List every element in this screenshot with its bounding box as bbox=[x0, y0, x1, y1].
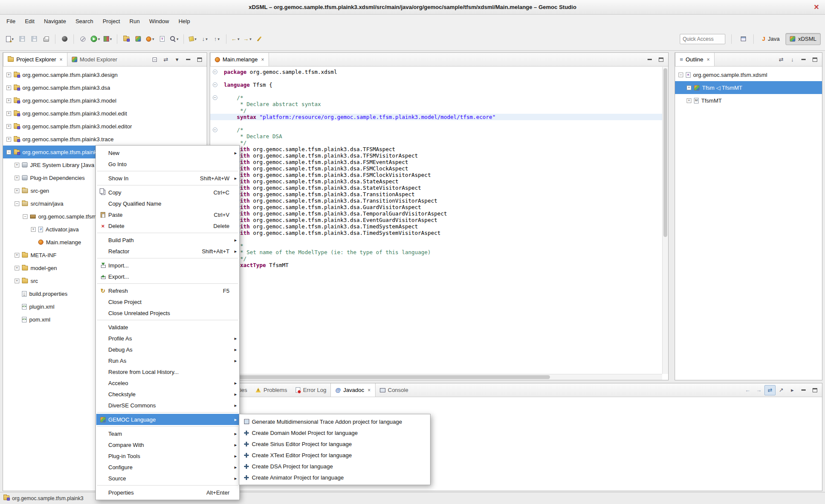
tab-outline[interactable]: ≡Outline× bbox=[675, 53, 715, 66]
expand-toggle-icon[interactable]: + bbox=[6, 73, 11, 77]
minimize-button[interactable] bbox=[644, 55, 655, 65]
maximize-button[interactable] bbox=[809, 55, 820, 65]
tab-model-explorer[interactable]: Model Explorer bbox=[67, 53, 122, 66]
search-button[interactable]: ▾ bbox=[169, 33, 180, 45]
collapse-toggle-icon[interactable]: − bbox=[23, 214, 28, 219]
close-tab-icon[interactable]: × bbox=[261, 57, 264, 63]
tree-item-org-gemoc-sample-tfsm-plaink3-model[interactable]: +org.gemoc.sample.tfsm.plaink3.model bbox=[3, 94, 207, 107]
tree-item-org-gemoc-sample-tfsm-plaink3-dsa[interactable]: +org.gemoc.sample.tfsm.plaink3.dsa bbox=[3, 81, 207, 94]
history-back-button[interactable]: ← bbox=[742, 385, 753, 395]
menu-item-configure[interactable]: Configure▸ bbox=[96, 461, 239, 473]
expand-toggle-icon[interactable]: + bbox=[687, 85, 691, 90]
menubar-item-file[interactable]: File bbox=[2, 16, 20, 26]
open-input-button[interactable]: ▸ bbox=[787, 385, 798, 395]
scrollbar-thumb[interactable] bbox=[663, 68, 667, 237]
menu-item-source[interactable]: Source▸ bbox=[96, 473, 239, 484]
expand-toggle-icon[interactable]: + bbox=[31, 227, 36, 232]
link-with-selection-button[interactable]: ⇄ bbox=[764, 385, 776, 395]
expand-toggle-icon[interactable]: + bbox=[15, 279, 19, 283]
tree-item-org-gemoc-sample-tfsm-plaink3-model-editor[interactable]: +org.gemoc.sample.tfsm.plaink3.model.edi… bbox=[3, 120, 207, 133]
menubar-item-project[interactable]: Project bbox=[98, 16, 125, 26]
maximize-button[interactable] bbox=[809, 385, 820, 395]
menu-item-close-project[interactable]: Close Project bbox=[96, 296, 239, 307]
tab-main-melange[interactable]: Main.melange× bbox=[210, 53, 269, 66]
expand-toggle-icon[interactable]: + bbox=[6, 124, 11, 129]
scrollbar-thumb[interactable] bbox=[211, 375, 550, 379]
tab-javadoc[interactable]: @Javadoc× bbox=[330, 383, 375, 397]
expand-toggle-icon[interactable]: + bbox=[6, 111, 11, 116]
expand-toggle-icon[interactable]: + bbox=[6, 85, 11, 90]
tab-problems[interactable]: Problems bbox=[251, 383, 291, 397]
new-modeling-project-button[interactable] bbox=[121, 33, 132, 45]
menu-item-copy-qualified-name[interactable]: Copy Qualified Name bbox=[96, 198, 239, 209]
perspective-java[interactable]: JJava bbox=[758, 33, 784, 45]
open-perspective-button[interactable] bbox=[738, 33, 749, 45]
menubar-item-window[interactable]: Window bbox=[144, 16, 174, 26]
tree-item-org-gemoc-sample-tfsm-plaink3-model-edit[interactable]: +org.gemoc.sample.tfsm.plaink3.model.edi… bbox=[3, 107, 207, 120]
dropdown-arrow-icon[interactable]: ▾ bbox=[238, 37, 240, 41]
tab-error-log[interactable]: Error Log bbox=[291, 383, 330, 397]
expand-toggle-icon[interactable]: + bbox=[15, 163, 19, 167]
submenu-item-generate-multidimensional-trace-addon-project-for-language[interactable]: Generate Multidimensional Trace Addon pr… bbox=[240, 416, 430, 427]
run-button[interactable]: ▾ bbox=[89, 33, 101, 45]
history-forward-button[interactable]: → bbox=[753, 385, 764, 395]
back-button[interactable]: ←▾ bbox=[230, 33, 241, 45]
menu-item-export[interactable]: Export... bbox=[96, 271, 239, 282]
collapse-toggle-icon[interactable]: − bbox=[6, 150, 11, 155]
submenu-item-create-dsa-project-for-language[interactable]: Create DSA Project for language bbox=[240, 461, 430, 472]
tab-project-explorer[interactable]: Project Explorer× bbox=[3, 53, 67, 66]
menu-item-acceleo[interactable]: Acceleo▸ bbox=[96, 377, 239, 389]
menu-item-team[interactable]: Team▸ bbox=[96, 428, 239, 439]
close-tab-icon[interactable]: × bbox=[59, 57, 62, 63]
print-button[interactable] bbox=[40, 33, 52, 45]
expand-toggle-icon[interactable]: + bbox=[6, 98, 11, 103]
menu-item-diverse-commons[interactable]: DiverSE Commons▸ bbox=[96, 400, 239, 411]
mark-occurrences-button[interactable]: ▾ bbox=[187, 33, 199, 45]
sort-button[interactable]: ↓ bbox=[787, 55, 798, 65]
link-with-editor-button[interactable]: ⇄ bbox=[776, 55, 787, 65]
expand-toggle-icon[interactable]: + bbox=[6, 137, 11, 142]
submenu-item-create-domain-model-project-for-language[interactable]: Create Domain Model Project for language bbox=[240, 427, 430, 438]
view-menu-button[interactable]: ▾ bbox=[171, 55, 183, 65]
menu-item-restore-from-local-history[interactable]: Restore from Local History... bbox=[96, 366, 239, 377]
menu-item-paste[interactable]: PasteCtrl+V bbox=[96, 209, 239, 220]
tree-item-tfsmmt[interactable]: +MTfsmMT bbox=[675, 94, 822, 107]
submenu-item-create-xtext-editor-project-for-language[interactable]: Create XText Editor Project for language bbox=[240, 449, 430, 461]
last-edit-button[interactable] bbox=[254, 33, 265, 45]
new-melange-project-button[interactable] bbox=[133, 33, 144, 45]
menu-item-compare-with[interactable]: Compare With▸ bbox=[96, 439, 239, 450]
submenu-item-create-sirius-editor-project-for-language[interactable]: Create Sirius Editor Project for languag… bbox=[240, 438, 430, 449]
collapse-toggle-icon[interactable]: − bbox=[15, 201, 19, 206]
menu-item-properties[interactable]: PropertiesAlt+Enter bbox=[96, 487, 239, 498]
menubar-item-search[interactable]: Search bbox=[71, 16, 98, 26]
menu-item-debug-as[interactable]: Debug As▸ bbox=[96, 344, 239, 355]
editor-horizontal-scrollbar[interactable] bbox=[210, 374, 662, 380]
dropdown-arrow-icon[interactable]: ▾ bbox=[152, 37, 154, 41]
fold-collapse-icon[interactable]: − bbox=[213, 95, 217, 100]
dropdown-arrow-icon[interactable]: ▾ bbox=[177, 37, 179, 41]
dropdown-arrow-icon[interactable]: ▾ bbox=[250, 37, 252, 41]
submenu-item-create-animator-project-for-language[interactable]: Create Animator Project for language bbox=[240, 472, 430, 483]
menu-item-profile-as[interactable]: Profile As▸ bbox=[96, 333, 239, 344]
menu-item-plug-in-tools[interactable]: Plug-in Tools▸ bbox=[96, 450, 239, 461]
window-close-icon[interactable] bbox=[811, 2, 822, 12]
close-tab-icon[interactable]: × bbox=[707, 57, 710, 63]
menu-item-validate[interactable]: Validate bbox=[96, 322, 239, 333]
menu-item-new[interactable]: New▸ bbox=[96, 147, 239, 158]
new-wizard-button[interactable]: ▾ bbox=[4, 33, 15, 45]
fold-collapse-icon[interactable]: − bbox=[213, 82, 217, 87]
dropdown-arrow-icon[interactable]: ▾ bbox=[206, 37, 208, 41]
close-tab-icon[interactable]: × bbox=[367, 387, 370, 393]
menubar-item-edit[interactable]: Edit bbox=[20, 16, 39, 26]
dropdown-arrow-icon[interactable]: ▾ bbox=[195, 37, 197, 41]
quick-access-input[interactable] bbox=[680, 34, 725, 44]
minimize-button[interactable] bbox=[183, 55, 194, 65]
menubar-item-run[interactable]: Run bbox=[125, 16, 144, 26]
tree-item-org-gemoc-sample-tfsm-xdsml[interactable]: −xorg.gemoc.sample.tfsm.xdsml bbox=[675, 68, 822, 81]
maximize-button[interactable] bbox=[194, 55, 205, 65]
expand-toggle-icon[interactable]: + bbox=[15, 266, 19, 270]
collapse-all-button[interactable] bbox=[149, 55, 160, 65]
menu-item-go-into[interactable]: Go Into bbox=[96, 158, 239, 170]
menu-item-refactor[interactable]: RefactorShift+Alt+T▸ bbox=[96, 246, 239, 257]
forward-button[interactable]: →▾ bbox=[242, 33, 253, 45]
